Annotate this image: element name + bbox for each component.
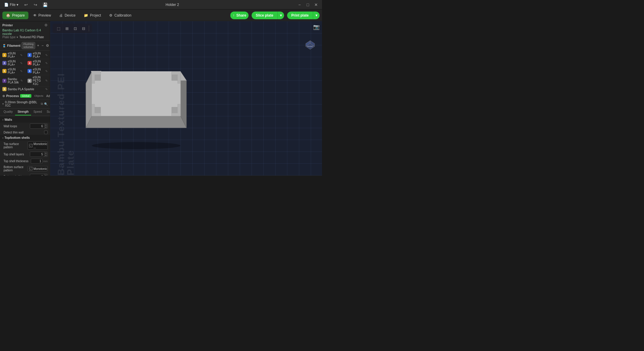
filament-edit-1[interactable]: ✎ — [20, 54, 22, 57]
top-shell-thickness-input[interactable] — [31, 159, 43, 164]
printer-title: Printer — [2, 23, 13, 27]
wall-loops-up[interactable]: ▲ — [44, 124, 47, 126]
flushing-volumes-btn[interactable]: Flushing volumes — [22, 42, 35, 49]
tab-support[interactable]: Support — [44, 109, 50, 115]
shells-group-header[interactable]: ▪ Top/bottom shells — [0, 135, 50, 141]
tab-prepare[interactable]: 🏠 Prepare — [2, 12, 28, 19]
top-shell-layers-up[interactable]: ▲ — [44, 152, 47, 154]
detect-thin-wall-label: Detect thin wall — [4, 131, 43, 134]
filament-edit-9[interactable]: ✎ — [45, 88, 48, 91]
top-shell-layers-spinner[interactable]: 5 ▲ ▼ — [30, 152, 48, 157]
body: Printer ⚙ Bambu Lab X1 Carbon 0.4 nozzle… — [0, 21, 322, 176]
slice-button[interactable]: Slice plate — [252, 12, 277, 19]
filament-edit-8[interactable]: ✎ — [45, 79, 48, 82]
process-section-icon: ⚙ — [2, 94, 5, 98]
title-bar-controls: − □ ✕ — [296, 1, 320, 8]
filament-edit-2[interactable]: ✎ — [45, 54, 48, 57]
top-surface-pattern-value: Monotonic ... — [33, 142, 47, 149]
model-front — [92, 72, 181, 116]
walls-group-title: Walls — [4, 118, 12, 121]
filament-num-6: 6 — [28, 69, 32, 73]
project-icon: 📁 — [84, 13, 88, 17]
tab-project[interactable]: 📁 Project — [80, 12, 104, 19]
filament-section-icon: 🧵 — [2, 44, 6, 47]
plate-type-row: Plate type ▾ Textured PEI Plate — [2, 36, 48, 39]
snapshot-icon[interactable]: 📷 — [313, 24, 320, 30]
bottom-shell-layers-row: Bottom shell layers 3 ▲ ▼ — [0, 173, 50, 176]
preset-search-icon[interactable]: 🔍 — [44, 102, 48, 106]
wall-loops-spinner[interactable]: 6 ▲ ▼ — [30, 123, 48, 129]
top-surface-pattern-icon — [29, 144, 33, 147]
top-surface-pattern-label: Top surface pattern — [4, 142, 26, 149]
filament-row-5-6: 5 eSUN PLA+ ✎ 6 eSUN PLA+ ✎ — [0, 67, 50, 75]
print-button[interactable]: Print plate — [287, 12, 313, 19]
top-shell-layers-row: Top shell layers 5 ▲ ▼ — [0, 151, 50, 158]
detect-thin-wall-checkbox[interactable] — [44, 131, 48, 134]
filament-item-3: 3 eSUN PLA+ ✎ — [0, 59, 25, 67]
preset-copy-icon[interactable]: ⧉ — [41, 102, 43, 106]
save-btn[interactable]: 💾 — [41, 1, 49, 8]
print-btn-group: Print plate ▾ — [287, 12, 320, 19]
filament-num-3: 3 — [2, 61, 7, 65]
viewport[interactable]: Bambu Textured PEI Plate ⬚ ⊞ ⊡ ⊟ — [50, 21, 322, 176]
process-tabs: Quality Strength Speed Support Others — [0, 109, 50, 116]
vt-grid-icon[interactable]: ⊞ — [63, 25, 70, 32]
top-shell-thickness-unit: mm — [43, 160, 48, 163]
filament-name-1: eSUN PLA+ — [8, 52, 19, 58]
vt-wireframe-icon[interactable]: ⊟ — [80, 25, 87, 32]
filament-list: 1 eSUN PLA+ ✎ 2 eSUN PLA+ ✎ 3 eSUN PLA+ … — [0, 51, 50, 93]
bottom-shell-layers-up[interactable]: ▲ — [44, 174, 47, 176]
filament-edit-7[interactable]: ✎ — [20, 79, 23, 82]
undo-btn[interactable]: ↩ — [22, 1, 30, 8]
printer-name[interactable]: Bambu Lab X1 Carbon 0.4 nozzle — [2, 28, 48, 36]
bottom-shell-layers-spinner[interactable]: 3 ▲ ▼ — [30, 174, 48, 176]
print-dropdown[interactable]: ▾ — [313, 12, 320, 19]
filament-edit-6[interactable]: ✎ — [45, 70, 48, 73]
minimize-btn[interactable]: − — [296, 1, 303, 8]
vt-cut-icon[interactable]: ⊡ — [72, 25, 79, 32]
filament-settings-btn[interactable]: ⚙ — [45, 44, 50, 48]
filament-item-8: 8 eSUN PETG X1C ✎ — [25, 75, 50, 86]
bottom-surface-pattern-dropdown[interactable]: Monotonic — [28, 166, 48, 171]
filament-add-btn[interactable]: + — [36, 44, 40, 48]
tab-quality[interactable]: Quality — [1, 109, 15, 115]
filament-edit-3[interactable]: ✎ — [20, 62, 22, 65]
top-surface-pattern-row: Top surface pattern Monotonic ... — [0, 141, 50, 151]
device-icon: 🖨 — [59, 13, 63, 17]
bottom-shell-layers-label: Bottom shell layers — [4, 175, 29, 176]
advance-row: Advance — [46, 94, 50, 98]
tab-calibration[interactable]: ⚙ Calibration — [106, 12, 135, 19]
main-toolbar: 🏠 Prepare 👁 Preview 🖨 Device 📁 Project ⚙… — [0, 9, 322, 21]
close-btn[interactable]: ✕ — [313, 1, 320, 8]
printer-settings-icon[interactable]: ⚙ — [44, 23, 48, 27]
top-shell-layers-down[interactable]: ▼ — [44, 154, 47, 157]
bottom-surface-pattern-row: Bottom surface pattern Monotonic — [0, 165, 50, 173]
tab-strength[interactable]: Strength — [15, 109, 31, 115]
share-button[interactable]: ↑ Share — [230, 12, 249, 19]
top-surface-pattern-dropdown[interactable]: Monotonic ... — [28, 141, 48, 150]
filament-edit-5[interactable]: ✎ — [20, 70, 22, 73]
filament-item-2: 2 eSUN PLA+ ✎ — [25, 51, 50, 59]
nav-cube[interactable]: FRONT — [304, 39, 316, 51]
process-label: Process — [6, 94, 19, 98]
slice-dropdown[interactable]: ▾ — [277, 12, 284, 19]
filament-edit-4[interactable]: ✎ — [45, 62, 48, 65]
plate-type-value[interactable]: Textured PEI Plate — [19, 36, 44, 39]
walls-group-header[interactable]: ▪ Walls — [0, 117, 50, 123]
filament-remove-btn[interactable]: − — [41, 44, 44, 48]
wall-loops-down[interactable]: ▼ — [44, 126, 47, 128]
redo-btn[interactable]: ↪ — [32, 1, 39, 8]
preset-name[interactable]: 0.20mm Strength @BBL X1C — [5, 101, 40, 107]
tab-speed[interactable]: Speed — [31, 109, 44, 115]
filament-num-4: 4 — [28, 61, 32, 65]
tab-preview[interactable]: 👁 Preview — [30, 12, 55, 19]
vt-divider — [89, 25, 89, 31]
filament-item-5: 5 eSUN PLA+ ✎ — [0, 67, 25, 75]
file-menu[interactable]: 📄 File ▾ — [2, 2, 20, 7]
filament-item-7: 7 Bambu PLA Silk ✎ — [0, 75, 25, 86]
tab-device[interactable]: 🖨 Device — [56, 12, 79, 19]
objects-scope-btn[interactable]: Objects — [33, 94, 45, 98]
vt-cube-icon[interactable]: ⬚ — [55, 25, 62, 32]
maximize-btn[interactable]: □ — [304, 1, 311, 8]
global-scope-btn[interactable]: Global — [20, 94, 31, 98]
